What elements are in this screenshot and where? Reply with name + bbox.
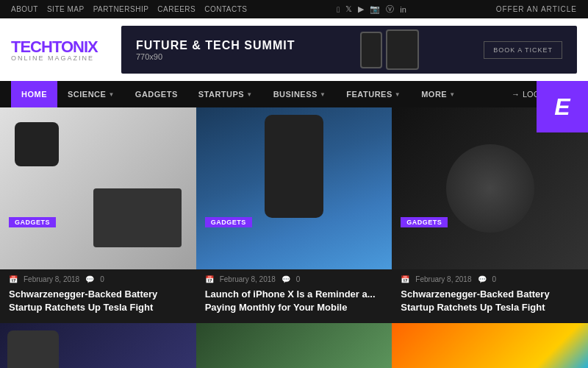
- bottom-card-3-image: [392, 323, 588, 368]
- comment-icon-2: 💬: [282, 275, 290, 283]
- calendar-icon-2: 📅: [205, 275, 214, 283]
- card-2-info: 📅 February 8, 2018 💬 0 Launch of iPhone …: [196, 269, 392, 323]
- navigation: HOME SCIENCE▼ GADGETS STARTUPS▼ BUSINESS…: [0, 81, 588, 107]
- youtube-icon[interactable]: ▶: [358, 4, 364, 14]
- card-1-date: February 8, 2018: [24, 275, 79, 283]
- vimeo-icon[interactable]: ⓥ: [386, 4, 394, 15]
- nav-home[interactable]: HOME: [11, 81, 57, 107]
- business-arrow: ▼: [320, 91, 326, 98]
- banner[interactable]: FUTURE & TECH SUMMIT 770x90 BOOK A TICKE…: [121, 26, 577, 74]
- banner-size: 770x90: [136, 52, 295, 61]
- card-1[interactable]: GADGETS 📅 February 8, 2018 💬 0 Schwarzen…: [0, 107, 196, 323]
- nav-more[interactable]: MORE▼: [411, 81, 465, 107]
- logo-part2: NIX: [73, 38, 98, 56]
- bottom-row: [0, 323, 588, 368]
- elementor-badge: E: [537, 81, 588, 132]
- logo[interactable]: TECHTONIX ONLINE MAGAZINE: [11, 38, 107, 62]
- facebook-icon[interactable]: : [337, 5, 340, 14]
- bottom-card-3[interactable]: [392, 323, 588, 368]
- card-2[interactable]: GADGETS 📅 February 8, 2018 💬 0 Launch of…: [196, 107, 392, 323]
- logo-part1: TECHTO: [11, 38, 73, 56]
- card-3-badge: GADGETS: [401, 217, 448, 227]
- logo-subtitle: ONLINE MAGAZINE: [11, 54, 107, 62]
- offer-link[interactable]: OFFER AN ARTICLE: [496, 5, 577, 13]
- comment-icon-3: 💬: [478, 275, 487, 283]
- science-arrow: ▼: [108, 91, 114, 98]
- device-phone-icon: [360, 32, 382, 68]
- book-ticket-button[interactable]: BOOK A TICKET: [484, 41, 562, 59]
- card-2-date: February 8, 2018: [220, 275, 276, 283]
- card-1-comments: 0: [100, 275, 104, 283]
- header: TECHTONIX ONLINE MAGAZINE FUTURE & TECH …: [0, 18, 588, 81]
- card-1-badge: GADGETS: [9, 217, 56, 227]
- comment-icon: 💬: [85, 275, 94, 283]
- cards-grid: GADGETS 📅 February 8, 2018 💬 0 Schwarzen…: [0, 107, 588, 323]
- startups-arrow: ▼: [246, 91, 252, 98]
- card-2-meta: 📅 February 8, 2018 💬 0: [205, 275, 384, 283]
- card-2-image: [196, 107, 392, 269]
- elementor-e-icon: E: [554, 93, 570, 121]
- banner-content: FUTURE & TECH SUMMIT 770x90: [136, 39, 295, 61]
- card-3-info: 📅 February 8, 2018 💬 0 Schwarzenegger-Ba…: [392, 269, 588, 323]
- twitter-icon[interactable]: 𝕏: [345, 4, 352, 14]
- partnership-link[interactable]: PARTNERSHIP: [93, 5, 149, 13]
- nav-startups[interactable]: STARTUPS▼: [188, 81, 263, 107]
- nav-business[interactable]: BUSINESS▼: [263, 81, 337, 107]
- card-1-meta: 📅 February 8, 2018 💬 0: [9, 275, 187, 283]
- calendar-icon-3: 📅: [401, 275, 409, 283]
- sitemap-link[interactable]: SITE MAP: [47, 5, 85, 13]
- card-3-comments: 0: [492, 275, 497, 283]
- top-bar-links: ABOUT SITE MAP PARTNERSHIP CAREERS CONTA…: [11, 5, 247, 13]
- nav-science[interactable]: SCIENCE▼: [57, 81, 125, 107]
- about-link[interactable]: ABOUT: [11, 5, 38, 13]
- bottom-card-1-image: [0, 323, 196, 368]
- card-1-info: 📅 February 8, 2018 💬 0 Schwarzenegger-Ba…: [0, 269, 196, 323]
- camera-icon[interactable]: 📷: [370, 4, 380, 14]
- contacts-link[interactable]: CONTACTS: [204, 5, 247, 13]
- card-3-date: February 8, 2018: [415, 275, 471, 283]
- card-2-badge: GADGETS: [205, 217, 252, 227]
- social-icons:  𝕏 ▶ 📷 ⓥ in: [337, 4, 406, 15]
- banner-title: FUTURE & TECH SUMMIT: [136, 39, 295, 52]
- card-1-image: [0, 107, 196, 269]
- login-icon: →: [512, 90, 520, 99]
- card-3[interactable]: GADGETS 📅 February 8, 2018 💬 0 Schwarzen…: [392, 107, 588, 323]
- card-2-comments: 0: [296, 275, 301, 283]
- card-3-meta: 📅 February 8, 2018 💬 0: [401, 275, 579, 283]
- device-tablet-icon: [386, 29, 419, 70]
- bottom-card-1[interactable]: [0, 323, 196, 368]
- linkedin-icon[interactable]: in: [400, 5, 406, 14]
- nav-items: HOME SCIENCE▼ GADGETS STARTUPS▼ BUSINESS…: [11, 81, 512, 107]
- card-3-title: Schwarzenegger-Backed Battery Startup Ra…: [401, 288, 579, 314]
- card-2-title: Launch of iPhone X Is a Reminder a... Pa…: [205, 288, 384, 314]
- card-1-title: Schwarzenegger-Backed Battery Startup Ra…: [9, 288, 187, 314]
- careers-link[interactable]: CAREERS: [157, 5, 196, 13]
- top-bar: ABOUT SITE MAP PARTNERSHIP CAREERS CONTA…: [0, 0, 588, 18]
- more-arrow: ▼: [449, 91, 455, 98]
- features-arrow: ▼: [395, 91, 401, 98]
- nav-features[interactable]: FEATURES▼: [336, 81, 411, 107]
- bottom-card-2[interactable]: [196, 323, 392, 368]
- bottom-card-2-image: [196, 323, 392, 368]
- banner-devices: [360, 29, 419, 70]
- nav-gadgets[interactable]: GADGETS: [125, 81, 188, 107]
- calendar-icon: 📅: [9, 275, 18, 283]
